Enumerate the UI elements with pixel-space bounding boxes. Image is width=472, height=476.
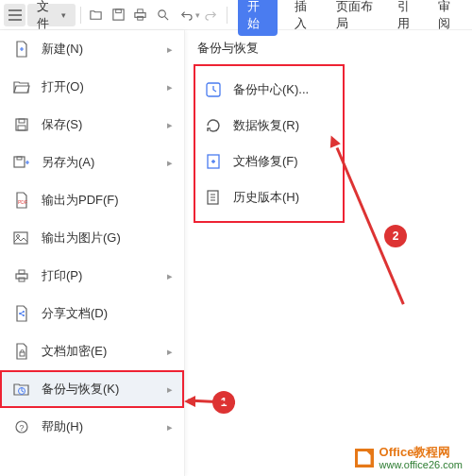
content-area: 新建(N) ▸ 打开(O) ▸ 保存(S) ▸ 另存为(A) ▸ PDF 输出为… bbox=[0, 30, 472, 476]
pdf-icon: PDF bbox=[11, 190, 32, 211]
svg-rect-9 bbox=[14, 157, 25, 167]
redo-icon[interactable] bbox=[202, 4, 223, 26]
undo-chevron-icon[interactable]: ▾ bbox=[195, 10, 200, 20]
separator bbox=[227, 7, 228, 24]
backup-submenu: 备份与恢复 备份中心(K)... 数据恢复(R) 文档修复(F) 历史版本(H) bbox=[194, 40, 345, 223]
submenu-item-history[interactable]: 历史版本(H) bbox=[197, 179, 341, 215]
menu-item-open[interactable]: 打开(O) ▸ bbox=[0, 68, 184, 106]
svg-point-17 bbox=[19, 313, 21, 314]
submenu-label: 历史版本(H) bbox=[233, 189, 299, 206]
submenu-label: 文档修复(F) bbox=[233, 153, 298, 170]
menu-item-backup[interactable]: 备份与恢复(K) ▸ bbox=[0, 370, 184, 408]
office-logo-icon bbox=[355, 449, 374, 468]
watermark-brand: Office教程网 bbox=[379, 446, 463, 459]
hamburger-icon bbox=[8, 9, 22, 21]
undo-icon[interactable] bbox=[175, 4, 195, 26]
menu-item-exportimg[interactable]: 输出为图片(G) bbox=[0, 219, 184, 257]
watermark: Office教程网 www.office26.com bbox=[355, 446, 463, 470]
svg-rect-12 bbox=[14, 232, 27, 244]
backup-center-icon bbox=[203, 79, 224, 100]
chevron-right-icon: ▸ bbox=[167, 346, 173, 358]
print-icon[interactable] bbox=[130, 4, 151, 26]
menu-item-encrypt[interactable]: 文档加密(E) ▸ bbox=[0, 332, 184, 370]
lock-icon bbox=[11, 341, 32, 362]
menu-label: 帮助(H) bbox=[42, 418, 167, 435]
svg-point-13 bbox=[17, 235, 20, 238]
save-icon bbox=[11, 114, 32, 135]
svg-text:PDF: PDF bbox=[18, 199, 27, 205]
watermark-url: www.office26.com bbox=[379, 459, 463, 470]
svg-text:?: ? bbox=[20, 423, 25, 433]
image-export-icon bbox=[11, 228, 32, 248]
main-toolbar: 文件 ▾ ▾ 开始 插入 页面布局 引用 审阅 bbox=[0, 0, 472, 30]
submenu-item-data-recovery[interactable]: 数据恢复(R) bbox=[197, 108, 341, 144]
svg-point-18 bbox=[23, 311, 25, 313]
annotation-badge-2: 2 bbox=[384, 225, 407, 247]
svg-rect-15 bbox=[19, 270, 25, 274]
menu-item-exportpdf[interactable]: PDF 输出为PDF(F) bbox=[0, 181, 184, 219]
submenu-item-doc-repair[interactable]: 文档修复(F) bbox=[197, 144, 341, 179]
menu-label: 新建(N) bbox=[42, 41, 167, 58]
menu-button[interactable] bbox=[4, 4, 25, 26]
backup-icon bbox=[11, 379, 32, 400]
new-file-icon bbox=[11, 39, 32, 60]
recovery-icon bbox=[203, 115, 224, 136]
save-icon[interactable] bbox=[109, 4, 129, 26]
printer-icon bbox=[11, 265, 32, 286]
chevron-right-icon: ▸ bbox=[167, 119, 173, 131]
menu-item-help[interactable]: ? 帮助(H) ▸ bbox=[0, 408, 184, 446]
submenu-highlight-box: 备份中心(K)... 数据恢复(R) 文档修复(F) 历史版本(H) bbox=[194, 64, 345, 223]
menu-item-save[interactable]: 保存(S) ▸ bbox=[0, 106, 184, 144]
menu-label: 打印(P) bbox=[42, 267, 167, 284]
menu-item-share[interactable]: 分享文档(D) bbox=[0, 295, 184, 332]
chevron-right-icon: ▸ bbox=[167, 383, 173, 396]
ribbon-tabs: 开始 插入 页面布局 引用 审阅 bbox=[232, 0, 468, 30]
repair-icon bbox=[203, 151, 224, 172]
svg-rect-8 bbox=[18, 126, 25, 130]
save-as-icon bbox=[11, 152, 32, 173]
menu-label: 保存(S) bbox=[42, 116, 167, 133]
svg-rect-10 bbox=[17, 157, 22, 160]
chevron-down-icon: ▾ bbox=[61, 10, 66, 20]
menu-label: 输出为图片(G) bbox=[42, 230, 173, 246]
print-preview-icon[interactable] bbox=[153, 4, 174, 26]
svg-point-19 bbox=[23, 314, 25, 316]
submenu-label: 数据恢复(R) bbox=[233, 117, 299, 134]
submenu-item-backup-center[interactable]: 备份中心(K)... bbox=[197, 72, 341, 108]
file-menu-button[interactable]: 文件 ▾ bbox=[27, 4, 76, 26]
chevron-right-icon: ▸ bbox=[167, 81, 173, 94]
submenu-label: 备份中心(K)... bbox=[233, 81, 309, 98]
menu-label: 文档加密(E) bbox=[42, 343, 167, 360]
menu-label: 备份与恢复(K) bbox=[42, 381, 167, 398]
menu-label: 输出为PDF(F) bbox=[42, 192, 173, 209]
menu-item-new[interactable]: 新建(N) ▸ bbox=[0, 30, 184, 68]
svg-rect-20 bbox=[20, 352, 25, 356]
chevron-right-icon: ▸ bbox=[167, 270, 173, 282]
chevron-right-icon: ▸ bbox=[167, 43, 173, 56]
svg-rect-0 bbox=[113, 9, 124, 20]
help-icon: ? bbox=[11, 416, 32, 437]
chevron-right-icon: ▸ bbox=[167, 421, 173, 434]
file-menu-panel: 新建(N) ▸ 打开(O) ▸ 保存(S) ▸ 另存为(A) ▸ PDF 输出为… bbox=[0, 30, 185, 476]
svg-point-5 bbox=[159, 10, 166, 18]
chevron-right-icon: ▸ bbox=[167, 157, 173, 169]
share-icon bbox=[11, 303, 32, 324]
annotation-arrowhead bbox=[184, 396, 195, 407]
separator bbox=[80, 7, 81, 24]
menu-label: 分享文档(D) bbox=[42, 305, 173, 322]
menu-item-saveas[interactable]: 另存为(A) ▸ bbox=[0, 144, 184, 181]
history-icon bbox=[203, 187, 224, 208]
menu-label: 打开(O) bbox=[42, 78, 167, 95]
menu-label: 另存为(A) bbox=[42, 154, 167, 171]
file-menu-label: 文件 bbox=[37, 0, 59, 32]
menu-item-print[interactable]: 打印(P) ▸ bbox=[0, 257, 184, 295]
open-icon[interactable] bbox=[86, 4, 107, 26]
submenu-title: 备份与恢复 bbox=[194, 40, 345, 57]
folder-open-icon bbox=[11, 76, 32, 97]
